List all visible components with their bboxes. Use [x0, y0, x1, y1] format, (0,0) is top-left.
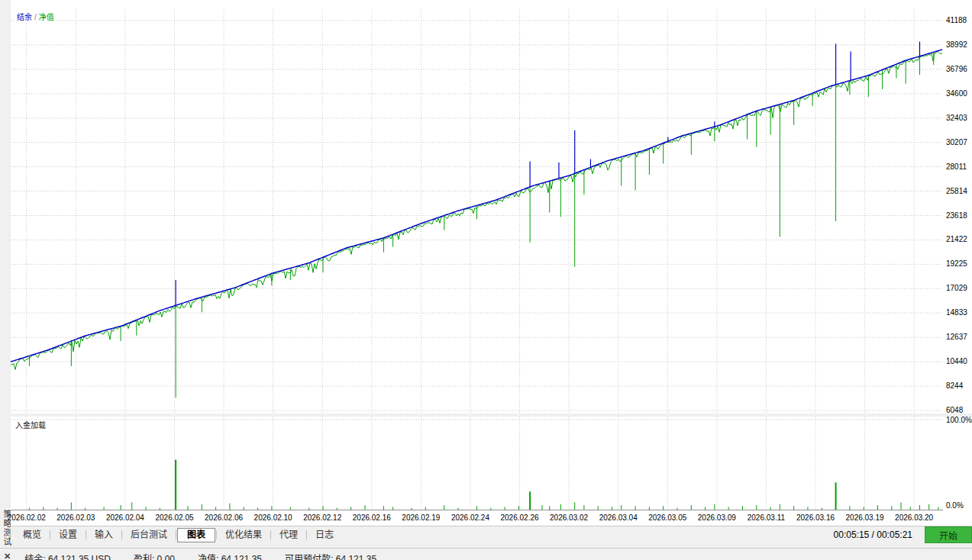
status-profit: 盈利: 0.00: [134, 552, 175, 560]
tab-backtest[interactable]: 后台测试: [123, 528, 175, 542]
y-axis-tick: 30207: [946, 138, 967, 146]
x-axis-tick: 2026.02.05: [155, 513, 193, 522]
backtest-time-progress: 00:05:15 / 00:05:21: [834, 529, 912, 540]
y-axis-tick: 10440: [946, 357, 967, 365]
subchart-axis-top: 100.0%: [946, 416, 972, 424]
y-axis-tick: 19225: [946, 259, 967, 268]
x-axis-tick: 2026.02.10: [254, 513, 292, 522]
tab-separator: [50, 530, 50, 539]
x-axis-tick: 2026.02.06: [205, 513, 243, 522]
x-axis-tick: 2026.03.05: [648, 513, 686, 522]
y-axis-tick: 21422: [946, 235, 967, 243]
legend-separator: /: [34, 13, 37, 21]
x-axis-tick: 2026.03.19: [846, 513, 884, 522]
status-bar: ✕ 结余: 64,121.35 USD 盈利: 0.00 净值: 64,121.…: [0, 548, 972, 560]
y-axis-tick: 14833: [946, 308, 967, 317]
x-axis-tick: 2026.02.12: [303, 513, 341, 522]
y-axis-tick: 41188: [946, 16, 967, 24]
tester-vertical-titlebar[interactable]: 策略测试: [0, 0, 11, 548]
x-axis-tick: 2026.02.24: [451, 513, 489, 522]
x-axis-labels: 2026.02.022026.02.032026.02.042026.02.05…: [11, 511, 943, 525]
tab-separator: [176, 530, 176, 539]
tester-tab-bar: 概览设置输入后台测试图表优化结果代理日志 00:05:15 / 00:05:21…: [11, 526, 972, 543]
y-axis-tick: 23618: [946, 211, 967, 220]
tab-optimization-results[interactable]: 优化结果: [218, 528, 270, 542]
x-axis-tick: 2026.03.20: [895, 513, 933, 522]
status-balance: 结余: 64,121.35 USD: [24, 552, 111, 560]
tab-inputs[interactable]: 输入: [87, 528, 121, 542]
tab-separator: [86, 530, 86, 539]
balance-equity-chart[interactable]: [11, 9, 943, 414]
tab-agents[interactable]: 代理: [272, 528, 305, 542]
status-free-margin: 可用预付款: 64,121.35: [285, 552, 376, 560]
tab-graph[interactable]: 图表: [177, 528, 215, 542]
tester-graph-panel: 结余/净值 入金加载 41188389923679634600324033020…: [11, 0, 972, 526]
tab-separator: [216, 530, 217, 539]
tab-separator: [306, 530, 307, 539]
status-equity: 净值: 64,121.35: [198, 552, 262, 560]
y-axis-tick: 38992: [946, 40, 967, 49]
deposit-load-label: 入金加载: [15, 419, 46, 430]
x-axis-tick: 2026.03.02: [550, 513, 588, 522]
y-axis-tick: 32403: [946, 114, 967, 122]
tab-journal[interactable]: 日志: [308, 528, 341, 542]
y-axis-tick: 6048: [946, 406, 963, 414]
x-axis-tick: 2026.02.04: [106, 513, 144, 522]
y-axis-tick: 17029: [946, 284, 967, 292]
x-axis-tick: 2026.03.11: [748, 513, 785, 522]
x-axis-tick: 2026.02.16: [353, 513, 391, 522]
y-axis-tick: 8244: [946, 381, 963, 390]
tab-list: 概览设置输入后台测试图表优化结果代理日志: [15, 528, 341, 542]
y-axis-tick: 36796: [946, 65, 967, 73]
y-axis-tick: 25814: [946, 187, 967, 195]
x-axis-tick: 2026.02.03: [57, 513, 95, 522]
x-axis-tick: 2026.02.26: [500, 513, 538, 522]
tab-overview[interactable]: 概览: [15, 528, 49, 542]
chart-legend: 结余/净值: [15, 11, 56, 22]
y-axis-tick: 12637: [946, 333, 967, 341]
deposit-load-chart[interactable]: [11, 417, 943, 510]
strategy-tester-window: 策略测试 结余/净值 入金加载 411883899236796346003240…: [0, 0, 972, 560]
x-axis-tick: 2026.03.04: [599, 513, 638, 522]
subchart-axis-bottom: 0.0%: [946, 501, 964, 510]
x-axis-tick: 2026.02.02: [8, 513, 46, 522]
y-axis-tick: 34600: [946, 89, 967, 98]
y-axis-tick: 28011: [946, 163, 967, 171]
x-axis-tick: 2026.02.19: [402, 513, 440, 522]
tab-separator: [270, 530, 271, 539]
x-axis-tick: 2026.03.16: [796, 513, 835, 522]
close-icon[interactable]: ✕: [4, 552, 11, 560]
start-button[interactable]: 开始: [925, 526, 972, 543]
tab-separator: [121, 530, 122, 539]
legend-balance-label: 结余: [17, 13, 32, 21]
legend-equity-label: 净值: [39, 13, 54, 21]
status-bar-content: ✕ 结余: 64,121.35 USD 盈利: 0.00 净值: 64,121.…: [0, 552, 399, 560]
x-axis-tick: 2026.03.09: [698, 513, 736, 522]
tab-settings[interactable]: 设置: [51, 528, 85, 542]
